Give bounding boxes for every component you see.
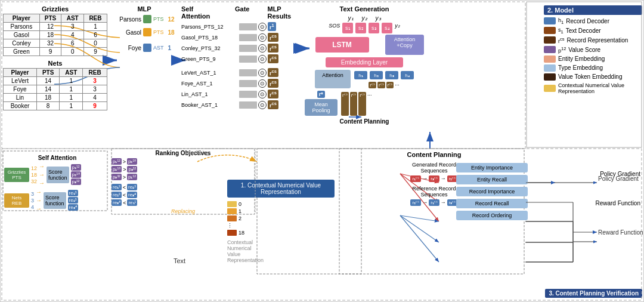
section3-label: 3. Content Planning Verification — [545, 289, 642, 298]
grey-bar — [239, 23, 257, 30]
gate-circle: ⊙ — [258, 69, 267, 77]
content-planning-title: Content Planning — [342, 151, 527, 158]
col-ast: AST — [60, 69, 83, 77]
col-player: Player — [4, 69, 37, 77]
value-score-color — [544, 46, 556, 53]
legend-item-text-decoder: s1 Text Decoder — [544, 27, 642, 35]
content-planning-label: Content Planning — [305, 118, 424, 125]
table-row: Lin 18 1 4 — [4, 94, 107, 102]
attention-box: Attention — [315, 70, 351, 88]
attn-row-booker: Booker_AST_1 ⊙ rcs — [181, 100, 301, 109]
grey-bar — [239, 101, 257, 109]
grey-bar — [239, 45, 257, 52]
table-row: LeVert 14 1 3 — [4, 77, 107, 85]
grey-bar — [239, 34, 257, 41]
score-function-box-2: Scorefunction — [44, 192, 66, 209]
ranking-row: p₁¹² > p₂¹⁸ — [112, 158, 255, 165]
legend-item-record-decoder: h1 Record Decoder — [544, 17, 642, 25]
foye-ast-color — [143, 44, 151, 52]
metric-record-recall: Record Recall — [456, 199, 528, 208]
gasol-pts-color — [143, 28, 151, 36]
metric-entity-recall: Entity Recall — [456, 175, 528, 184]
record-decoder-color — [544, 17, 556, 24]
policy-gradient-label: Policy Gradient — [548, 171, 640, 177]
gate-circle: ⊙ — [258, 33, 267, 42]
mlp-title: MLP — [112, 5, 177, 13]
nets-reb-label: NetsREB — [4, 193, 29, 208]
mlp-item-foye: Foye AST 1 — [112, 44, 177, 52]
table-row: Gasol 18 4 6 — [4, 31, 107, 39]
self-attention-header: Self Attention — [181, 5, 217, 20]
legend-title: 2. Model — [544, 5, 642, 15]
table-row: Green 9 0 9 — [4, 48, 107, 56]
grey-bar — [239, 56, 257, 63]
gate-circle: ⊙ — [258, 79, 267, 88]
policy-reward-section: Policy Gradient Reward Function — [548, 171, 640, 207]
r-cs-row: rᶜˢ rᶜˢ rᶜˢ ··· — [354, 82, 414, 88]
contextual-section: 1. Contextual Numerical Value Representa… — [227, 180, 335, 263]
text-decoder-color — [544, 27, 556, 34]
contextual-numerical-color — [544, 85, 556, 92]
metric-record-ordering: Record Ordering — [456, 211, 528, 220]
metrics-list: Entity Importance Entity Recall Record I… — [456, 163, 528, 220]
table-row: Conley 32 6 0 — [4, 39, 107, 48]
col-pts: PTS — [36, 69, 59, 77]
col-ast: AST — [61, 14, 84, 23]
cnv-color-0 — [227, 201, 237, 207]
s-boxes: SOS s₁ s₂ s₃ s₄ y₂ — [305, 23, 424, 33]
tables-section: Grizzlies Player PTS AST REB Parsons 12 … — [3, 5, 107, 114]
svg-text:Reward Function: Reward Function — [598, 229, 643, 236]
grizzlies-table: Player PTS AST REB Parsons 12 3 1 Gasol — [3, 14, 107, 56]
gate-circle: ⊙ — [258, 101, 267, 109]
attn-copy-box: Attention+Copy — [385, 35, 424, 55]
gate-circle: ⊙ — [258, 90, 267, 98]
col-reb: REB — [83, 69, 107, 77]
legend-section: 2. Model h1 Record Decoder s1 Text Decod… — [544, 5, 642, 96]
mlp-item-parsons: Parsons PTS 12 — [112, 15, 177, 23]
attn-row-parsons: Parsons_PTS_12 ⊙ r1 — [181, 22, 301, 31]
svg-line-12 — [400, 215, 439, 242]
record-repr-color — [544, 36, 556, 44]
mean-pool-box: MeanPooling — [305, 99, 338, 116]
attn-row-levert: LeVert_AST_1 ⊙ rcs — [181, 68, 301, 77]
embed-box: Embedding Layer — [326, 57, 403, 67]
cnv-color-2 — [227, 215, 237, 221]
mlp-results-header: MLP Results — [267, 5, 301, 20]
nets-table: Player PTS AST REB LeVert 14 1 3 Foye — [3, 68, 107, 110]
svg-line-13 — [400, 215, 439, 262]
type-embedding-color — [544, 64, 556, 72]
mlp-section: MLP Parsons PTS 12 Gasol PTS 18 Foye AST… — [112, 5, 177, 57]
ranking-title: Ranking Objectives — [112, 150, 255, 156]
cnv-legend: 0 1 2 ⋮ 18 — [227, 201, 335, 236]
gate-circle: ⊙ — [258, 44, 267, 53]
attn-row-gasol: Gasol_PTS_18 ⊙ rcs — [181, 33, 301, 42]
entity-embedding-color — [544, 56, 556, 63]
legend-item-record-repr: rcs Record Representation — [544, 36, 642, 44]
legend-item-value-score: p12 Value Score — [544, 46, 642, 54]
table-row: Parsons 12 3 1 — [4, 23, 107, 31]
mlp-item-gasol: Gasol PTS 18 — [112, 28, 177, 36]
grey-bar — [239, 91, 257, 98]
diagram-container: Text Grizzlies Player PTS AST REB Parson… — [0, 0, 644, 302]
grizzlies-table-wrapper: Grizzlies Player PTS AST REB Parsons 12 … — [3, 5, 107, 56]
bottom-self-attn-title: Self Attention — [4, 155, 110, 161]
col-pts: PTS — [39, 14, 61, 23]
nets-title: Nets — [3, 60, 107, 67]
lstm-box: LSTM — [315, 37, 369, 53]
score-function-box: Scorefunction — [47, 167, 69, 183]
content-planning-section: Content Planning Generated RecordSequenc… — [342, 151, 527, 206]
parsons-pts-color — [143, 15, 151, 23]
reward-function-label: Reward Function — [548, 200, 640, 207]
gate-circle: ⊙ — [258, 55, 267, 63]
h-boxes: h₁ h₂ h₃ h₄ — [354, 71, 414, 79]
attn-row-conley: Conley_PTS_32 ⊙ rcs — [181, 44, 301, 53]
cnv-color-18 — [227, 230, 237, 236]
svg-line-11 — [400, 215, 439, 221]
section-headers: Self Attention Gate MLP Results — [181, 5, 301, 20]
grey-bar — [239, 80, 257, 87]
metric-record-importance: Record Importance — [456, 187, 528, 196]
gate-circle: ⊙ — [258, 23, 267, 31]
attn-row-lin: Lin_AST_1 ⊙ rcs — [181, 90, 301, 98]
table-row: Booker 8 1 9 — [4, 102, 107, 110]
legend-item-value-token-embedding: Value Token Embedding — [544, 73, 642, 81]
